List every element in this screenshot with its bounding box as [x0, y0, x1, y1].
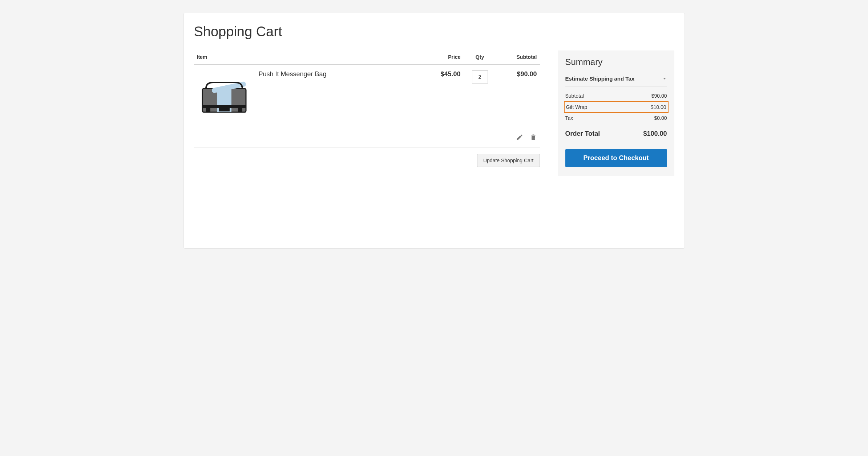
update-cart-button[interactable]: Update Shopping Cart	[477, 154, 540, 167]
item-actions-row	[194, 131, 540, 147]
cart-main: Item Price Qty Subtotal	[194, 50, 540, 167]
tax-label: Tax	[565, 115, 573, 121]
header-subtotal: Subtotal	[496, 50, 540, 65]
giftwrap-label: Gift Wrap	[566, 104, 588, 110]
svg-rect-5	[206, 108, 210, 112]
pencil-icon	[516, 134, 523, 141]
tax-value: $0.00	[654, 115, 667, 121]
order-total-row: Order Total $100.00	[565, 124, 667, 141]
estimate-shipping-toggle[interactable]: Estimate Shipping and Tax	[565, 71, 667, 86]
cart-page: Shopping Cart Item Price Qty Subtotal	[183, 13, 685, 249]
update-cart-wrap: Update Shopping Cart	[194, 154, 540, 167]
ordertotal-value: $100.00	[643, 130, 667, 138]
subtotal-value: $90.00	[651, 93, 667, 99]
table-row: Push It Messenger Bag $45.00 $90.00	[194, 65, 540, 131]
item-name-cell: Push It Messenger Bag	[256, 65, 424, 131]
subtotal-row: Subtotal $90.00	[565, 90, 667, 102]
totals-block: Subtotal $90.00 Gift Wrap $10.00 Tax $0.…	[565, 86, 667, 141]
giftwrap-row: Gift Wrap $10.00	[564, 101, 669, 113]
edit-item-button[interactable]	[516, 134, 523, 142]
content-row: Item Price Qty Subtotal	[194, 50, 674, 176]
svg-rect-7	[219, 108, 230, 111]
proceed-checkout-button[interactable]: Proceed to Checkout	[565, 149, 667, 167]
header-qty: Qty	[464, 50, 496, 65]
header-item: Item	[194, 50, 424, 65]
subtotal-label: Subtotal	[565, 93, 584, 99]
ordertotal-label: Order Total	[565, 130, 600, 138]
delete-item-button[interactable]	[530, 134, 537, 142]
item-price: $45.00	[427, 70, 461, 78]
item-qty-cell	[464, 65, 496, 131]
svg-rect-6	[238, 108, 242, 112]
item-subtotal: $90.00	[499, 70, 537, 78]
product-image[interactable]	[197, 70, 251, 125]
summary-panel: Summary Estimate Shipping and Tax Subtot…	[558, 50, 674, 176]
messenger-bag-icon	[199, 80, 250, 116]
chevron-down-icon	[662, 76, 667, 81]
estimate-label: Estimate Shipping and Tax	[565, 76, 635, 82]
tax-row: Tax $0.00	[565, 112, 667, 124]
item-image-cell	[194, 65, 256, 131]
qty-input[interactable]	[472, 70, 488, 84]
item-subtotal-cell: $90.00	[496, 65, 540, 131]
giftwrap-value: $10.00	[651, 104, 666, 110]
product-name[interactable]: Push It Messenger Bag	[259, 70, 421, 78]
svg-rect-3	[202, 105, 246, 108]
cart-table: Item Price Qty Subtotal	[194, 50, 540, 147]
header-price: Price	[424, 50, 464, 65]
summary-title: Summary	[565, 57, 667, 71]
trash-icon	[530, 134, 537, 141]
item-price-cell: $45.00	[424, 65, 464, 131]
page-title: Shopping Cart	[194, 24, 674, 40]
